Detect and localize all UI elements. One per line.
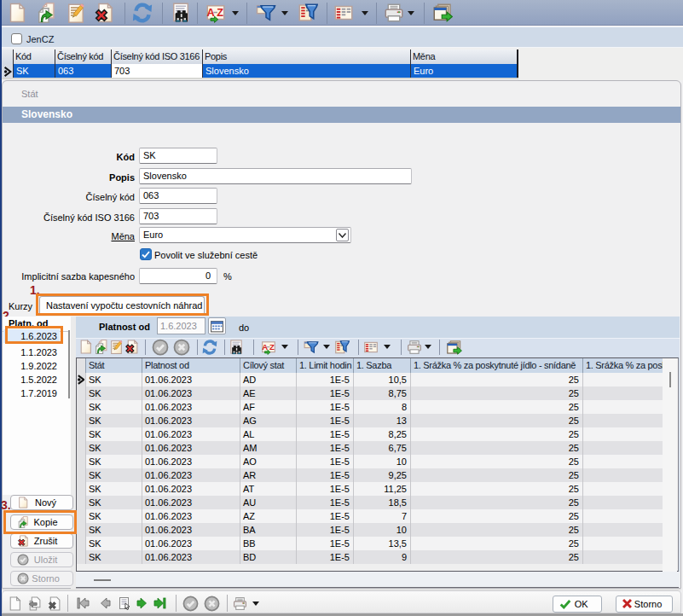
- svg-text:Z: Z: [217, 6, 223, 19]
- svg-text:A: A: [207, 6, 215, 19]
- svg-text:Z: Z: [269, 342, 275, 352]
